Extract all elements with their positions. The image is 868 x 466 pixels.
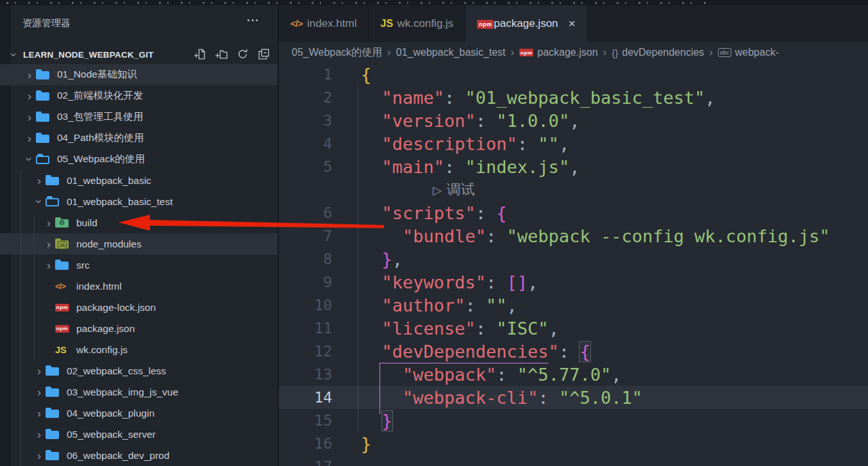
- chevron-right-icon[interactable]: ›: [33, 386, 46, 398]
- tree-item-index.html[interactable]: </>index.html: [0, 276, 278, 297]
- chevron-right-icon[interactable]: ›: [33, 407, 46, 419]
- token: :: [486, 226, 507, 246]
- token: "webpack-cli": [403, 388, 538, 408]
- folder-build-icon: ⚙: [55, 217, 71, 229]
- tree-item-label: 05_webpack_server: [67, 429, 156, 440]
- tree-item-01_Node基础知识[interactable]: ›01_Node基础知识: [0, 64, 278, 85]
- code-text: }: [361, 411, 392, 431]
- code-line-6[interactable]: 6 "scripts": {: [279, 201, 868, 224]
- chevron-right-icon[interactable]: ›: [42, 238, 55, 250]
- tree-item-04_webpack_plugin[interactable]: ›04_webpack_plugin: [0, 403, 278, 424]
- tree-item-node_modules[interactable]: ›JSnode_modules: [0, 233, 278, 254]
- code-editor[interactable]: 1{2 "name": "01_webpack_basic_test",3 "v…: [279, 63, 868, 466]
- code-line-16[interactable]: 16}: [279, 432, 868, 455]
- menu-bar-clipped-text: [6, 2, 712, 4]
- tab-wk.config.js[interactable]: JSwk.config.js: [369, 5, 465, 42]
- tree-item-package.json[interactable]: npmpackage.json: [0, 318, 278, 339]
- tree-item-03_包管理工具使用[interactable]: ›03_包管理工具使用: [0, 106, 278, 128]
- chevron-down-icon[interactable]: ›: [23, 153, 36, 165]
- tree-item-02_webpack_css_less[interactable]: ›02_webpack_css_less: [0, 360, 278, 381]
- token: ,: [507, 295, 517, 315]
- token: ,: [569, 111, 580, 131]
- line-number: 7: [279, 228, 332, 244]
- code-text: "main": "index.js",: [361, 157, 580, 177]
- node-hexagon-icon: JS: [58, 241, 67, 249]
- tree-item-02_前端模块化开发[interactable]: ›02_前端模块化开发: [0, 85, 278, 106]
- code-text: "keywords": [],: [361, 272, 538, 292]
- chevron-right-icon[interactable]: ›: [23, 90, 36, 102]
- tree-item-04_Path模块的使用[interactable]: ›04_Path模块的使用: [0, 128, 278, 149]
- abc-icon: abc: [718, 48, 731, 57]
- breadcrumb-item-05_Webpack的使用[interactable]: 05_Webpack的使用: [292, 46, 382, 60]
- code-line-17[interactable]: 17: [279, 455, 868, 466]
- line-number: 8: [279, 251, 332, 267]
- tree-item-05_Webpack的使用[interactable]: ›05_Webpack的使用: [0, 149, 278, 170]
- chevron-right-icon[interactable]: ›: [42, 259, 55, 271]
- token: "": [486, 295, 507, 315]
- code-line-8[interactable]: 8 },: [279, 247, 868, 270]
- breadcrumb-item-webpack-[interactable]: abcwebpack-: [718, 47, 779, 58]
- codelens-row[interactable]: ▷调试: [279, 178, 868, 201]
- tree-item-03_webpack_img_js_vue[interactable]: ›03_webpack_img_js_vue: [0, 381, 278, 403]
- new-folder-icon[interactable]: [215, 48, 228, 60]
- chevron-down-icon[interactable]: ›: [33, 196, 46, 208]
- code-text: "scripts": {: [361, 203, 507, 223]
- token: ,: [392, 249, 403, 269]
- token: [361, 319, 382, 338]
- code-line-4[interactable]: 4 "description": "",: [279, 132, 868, 155]
- chevron-right-icon[interactable]: ›: [42, 217, 55, 229]
- breadcrumb-label: webpack-: [735, 47, 779, 58]
- chevron-right-icon[interactable]: ›: [33, 365, 46, 377]
- tab-index.html[interactable]: </>index.html: [279, 5, 369, 42]
- breadcrumb-item-01_webpack_basic_test[interactable]: 01_webpack_basic_test: [396, 47, 506, 58]
- tree-item-src[interactable]: ›src: [0, 254, 278, 276]
- token: "name": [382, 88, 445, 108]
- code-line-12[interactable]: 12 "devDependencies": {: [279, 340, 868, 363]
- chevron-right-icon[interactable]: ›: [23, 132, 36, 144]
- explorer-sidebar: 资源管理器 ··· › LEARN_NODE_WEBPACK_GIT ›01_N…: [0, 5, 278, 466]
- tree-item-01_webpack_basic_test[interactable]: ›01_webpack_basic_test: [0, 191, 278, 212]
- code-line-14[interactable]: 14 "webpack-cli": "^5.0.1": [279, 386, 868, 409]
- code-line-3[interactable]: 3 "version": "1.0.0",: [279, 109, 868, 132]
- code-line-1[interactable]: 1{: [279, 63, 868, 86]
- code-line-13[interactable]: 13 "webpack": "^5.77.0",: [279, 363, 868, 386]
- chevron-right-icon[interactable]: ›: [33, 428, 46, 440]
- tree-item-06_webpack_dev_prod[interactable]: ›06_webpack_dev_prod: [0, 445, 278, 466]
- tree-item-build[interactable]: ›⚙build: [0, 212, 278, 233]
- new-file-icon[interactable]: [194, 48, 206, 60]
- chevron-right-icon[interactable]: ›: [23, 111, 36, 123]
- token: :: [538, 388, 559, 408]
- collapse-all-icon[interactable]: [258, 48, 270, 60]
- code-text: "license": "ISC",: [361, 319, 559, 338]
- more-actions-icon[interactable]: ···: [247, 14, 260, 27]
- code-line-7[interactable]: 7 "bundle": "webpack --config wk.config.…: [279, 224, 868, 247]
- breadcrumb-item-package.json[interactable]: npmpackage.json: [519, 47, 597, 58]
- code-text: "name": "01_webpack_basic_test",: [361, 88, 715, 108]
- code-line-9[interactable]: 9 "keywords": [],: [279, 270, 868, 294]
- breadcrumb-separator: ›: [603, 46, 607, 59]
- chevron-down-icon[interactable]: ›: [8, 49, 21, 61]
- code-line-11[interactable]: 11 "license": "ISC",: [279, 317, 868, 340]
- token: :: [465, 295, 487, 315]
- refresh-icon[interactable]: [237, 48, 249, 60]
- code-line-15[interactable]: 15 }: [279, 409, 868, 432]
- tree-item-05_webpack_server[interactable]: ›05_webpack_server: [0, 424, 278, 445]
- breadcrumb-label: 01_webpack_basic_test: [396, 47, 506, 58]
- chevron-right-icon[interactable]: ›: [23, 69, 36, 81]
- tree-item-01_webpack_basic[interactable]: ›01_webpack_basic: [0, 170, 278, 191]
- tree-item-package-lock.json[interactable]: npmpackage-lock.json: [0, 297, 278, 318]
- tree-indent-guide: [34, 212, 35, 360]
- token: [361, 272, 382, 292]
- code-line-5[interactable]: 5 "main": "index.js",: [279, 155, 868, 178]
- tree-item-label: 04_webpack_plugin: [67, 408, 154, 419]
- breadcrumb-item-devDependencies[interactable]: {}devDependencies: [612, 47, 704, 58]
- tree-item-label: 02_webpack_css_less: [67, 365, 166, 377]
- code-line-2[interactable]: 2 "name": "01_webpack_basic_test",: [279, 86, 868, 109]
- tab-package.json[interactable]: npmpackage.json×: [465, 5, 587, 42]
- code-line-10[interactable]: 10 "author": "",: [279, 294, 868, 317]
- codelens-debug[interactable]: ▷调试: [433, 180, 475, 199]
- close-icon[interactable]: ×: [569, 17, 576, 31]
- tree-item-wk.config.js[interactable]: JSwk.config.js: [0, 339, 278, 360]
- chevron-right-icon[interactable]: ›: [33, 449, 46, 462]
- chevron-right-icon[interactable]: ›: [33, 174, 46, 187]
